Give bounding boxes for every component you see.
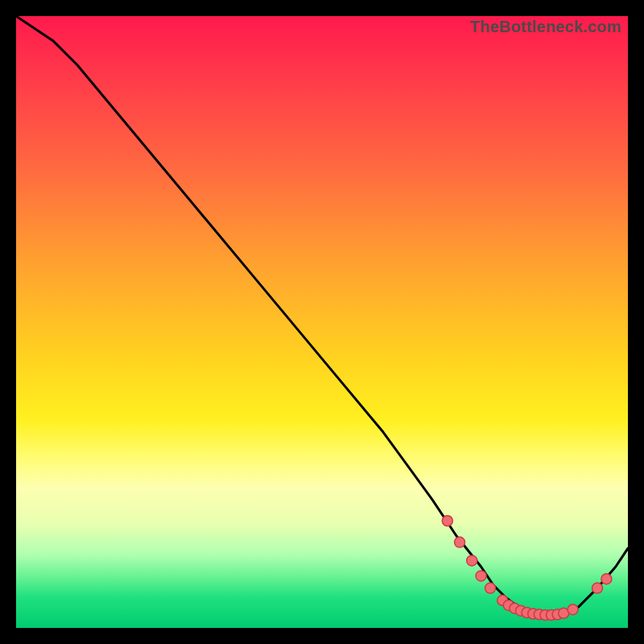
chart-marker xyxy=(592,583,603,593)
chart-svg xyxy=(16,16,628,628)
watermark-label: TheBottleneck.com xyxy=(470,18,621,36)
chart-background: TheBottleneck.com xyxy=(16,16,628,628)
chart-markers xyxy=(442,516,612,621)
chart-marker xyxy=(601,574,612,584)
chart-marker xyxy=(455,537,465,547)
chart-marker xyxy=(442,516,452,526)
chart-marker xyxy=(485,583,496,593)
chart-marker xyxy=(467,555,477,566)
chart-curve xyxy=(16,16,628,616)
chart-marker xyxy=(476,571,486,581)
chart-marker xyxy=(568,605,578,615)
